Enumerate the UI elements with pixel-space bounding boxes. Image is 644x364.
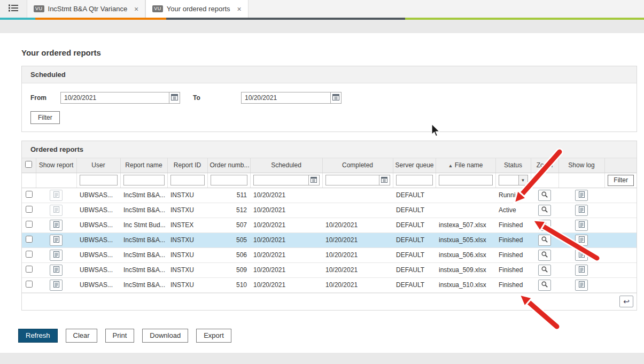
stripe-orange-segment	[35, 18, 166, 20]
show-log-cell	[558, 218, 604, 233]
column-header-show-log[interactable]: Show log	[558, 158, 604, 173]
row-checkbox[interactable]	[26, 266, 33, 273]
magnifier-icon	[541, 251, 548, 260]
show-log-button[interactable]	[575, 265, 588, 276]
row-checkbox[interactable]	[26, 191, 33, 198]
report-id-filter-input[interactable]	[170, 175, 205, 185]
column-header-server-queue[interactable]: Server queue	[393, 158, 436, 173]
zoom-button[interactable]	[538, 220, 551, 231]
tab-close-icon[interactable]: ×	[134, 5, 138, 13]
to-date-input[interactable]	[241, 92, 331, 104]
row-checkbox[interactable]	[26, 221, 33, 228]
scheduled-filter-button[interactable]: Filter	[30, 111, 60, 124]
zoom-button[interactable]	[538, 235, 551, 246]
column-header-show-report[interactable]: Show report	[36, 158, 76, 173]
tab-close-icon[interactable]: ×	[237, 5, 242, 13]
row-checkbox[interactable]	[26, 281, 33, 288]
order-number-filter-input[interactable]	[211, 175, 247, 185]
zoom-button[interactable]	[538, 190, 551, 201]
scheduled-filter-input[interactable]	[253, 175, 309, 185]
column-header-status[interactable]: Status	[495, 158, 531, 173]
cell-completed: 10/20/2021	[322, 233, 393, 247]
show-log-button[interactable]	[575, 235, 588, 246]
row-checkbox[interactable]	[26, 206, 33, 213]
show-report-button[interactable]	[50, 250, 63, 261]
menu-button[interactable]	[0, 0, 27, 18]
cell-filler	[604, 188, 637, 203]
show-log-button[interactable]	[575, 220, 588, 231]
user-filter-input[interactable]	[80, 175, 118, 185]
refresh-button[interactable]: Refresh	[18, 329, 58, 343]
show-log-button[interactable]	[575, 205, 588, 216]
page-title: Your ordered reports	[21, 48, 644, 57]
table-row: UBWSAS... IncStmt B&A... INSTXU 510 10/2…	[22, 277, 637, 292]
ordered-filter-button[interactable]: Filter	[608, 175, 634, 186]
show-report-button[interactable]	[50, 220, 63, 231]
select-all-checkbox[interactable]	[25, 161, 32, 168]
completed-filter-input[interactable]	[325, 175, 379, 185]
cell-scheduled: 10/20/2021	[250, 233, 322, 247]
print-button[interactable]: Print	[105, 329, 135, 343]
row-checkbox[interactable]	[26, 251, 33, 258]
server-queue-filter-input[interactable]	[396, 175, 433, 185]
column-header-completed[interactable]: Completed	[322, 158, 393, 173]
status-filter-input[interactable]	[499, 175, 519, 185]
show-log-button[interactable]	[575, 250, 588, 261]
show-report-button[interactable]	[50, 265, 63, 276]
magnifier-icon	[541, 266, 548, 275]
cell-report-name: IncStmt B&A...	[120, 203, 167, 218]
column-header-report-name[interactable]: Report name	[120, 158, 167, 173]
zoom-button[interactable]	[538, 280, 551, 291]
cell-report-id: INSTXU	[167, 188, 207, 203]
show-report-button[interactable]	[50, 205, 63, 216]
from-calendar-button[interactable]	[169, 92, 180, 104]
cell-server-queue: DEFAULT	[393, 277, 436, 292]
show-log-button[interactable]	[575, 190, 588, 201]
report-name-filter-input[interactable]	[123, 175, 165, 185]
zoom-button[interactable]	[538, 265, 551, 276]
column-header-order-number[interactable]: Order numb...	[207, 158, 250, 173]
show-report-button[interactable]	[50, 190, 63, 201]
to-calendar-button[interactable]	[331, 92, 342, 104]
cell-order-number: 505	[207, 233, 250, 247]
ordered-reports-section: Ordered reports Show report User Report …	[21, 141, 637, 311]
show-log-cell	[558, 277, 604, 292]
document-icon	[578, 191, 585, 200]
clear-button[interactable]: Clear	[66, 329, 97, 343]
table-row: UBWSAS... IncStmt B&A... INSTXU 511 10/2…	[22, 188, 637, 203]
document-icon	[53, 266, 60, 275]
zoom-cell	[531, 277, 558, 292]
ordered-reports-body: UBWSAS... IncStmt B&A... INSTXU 511 10/2…	[22, 188, 637, 292]
zoom-button[interactable]	[538, 205, 551, 216]
cell-file-name	[436, 203, 495, 218]
file-name-filter-input[interactable]	[439, 175, 493, 185]
show-report-button[interactable]	[50, 235, 63, 246]
tab-your-ordered-reports[interactable]: VU Your ordered reports ×	[145, 0, 248, 18]
download-button[interactable]: Download	[142, 329, 188, 343]
row-checkbox[interactable]	[26, 236, 33, 243]
completed-filter-calendar-button[interactable]	[379, 175, 390, 185]
from-date-input[interactable]	[60, 92, 169, 104]
show-log-button[interactable]	[575, 280, 588, 291]
table-row: UBWSAS... IncStmt B&A... INSTXU 505 10/2…	[22, 233, 637, 247]
filter-cell-empty	[36, 173, 76, 188]
zoom-button[interactable]	[538, 250, 551, 261]
column-header-file-name[interactable]: ▲ File name	[436, 158, 495, 173]
tab-bar: VU IncStmt B&A Qtr Variance × VU Your or…	[0, 0, 644, 18]
cell-user: UBWSAS...	[76, 218, 120, 233]
cell-report-name: IncStmt B&A...	[120, 262, 167, 277]
column-header-zoom[interactable]: Zoom	[531, 158, 558, 173]
export-button[interactable]: Export	[196, 329, 231, 343]
document-icon	[578, 251, 585, 260]
cell-report-id: INSTXU	[167, 203, 207, 218]
column-header-scheduled[interactable]: Scheduled	[250, 158, 322, 173]
column-header-user[interactable]: User	[76, 158, 120, 173]
status-filter-dropdown-button[interactable]: ▼	[519, 175, 528, 185]
scheduled-filter-calendar-button[interactable]	[309, 175, 320, 185]
column-header-report-id[interactable]: Report ID	[167, 158, 207, 173]
show-report-button[interactable]	[50, 280, 63, 291]
cell-server-queue: DEFAULT	[393, 188, 436, 203]
tab-incstmt-variance[interactable]: VU IncStmt B&A Qtr Variance ×	[27, 0, 145, 18]
cell-file-name: instexa_507.xlsx	[436, 218, 495, 233]
return-button[interactable]: ↩	[619, 296, 633, 307]
